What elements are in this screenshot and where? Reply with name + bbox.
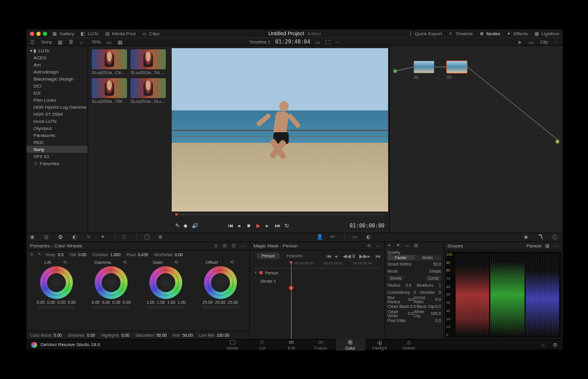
- play-button[interactable]: ▶: [256, 223, 262, 229]
- luts-toggle[interactable]: ◧LUTs: [80, 31, 98, 36]
- options-icon[interactable]: ⋯: [335, 39, 340, 45]
- scope-mode-dropdown[interactable]: Parade: [526, 243, 542, 249]
- zoom-level[interactable]: 76%: [91, 39, 101, 45]
- page-deliver[interactable]: Deliver: [395, 338, 424, 351]
- blur-radius-value[interactable]: 0.0: [408, 297, 414, 301]
- node-graph[interactable]: 01 02: [389, 46, 563, 233]
- sidebar-item-astrodesign[interactable]: Astrodesign: [26, 68, 88, 75]
- mask-row-person[interactable]: ▾Person: [253, 269, 381, 277]
- keyframes-icon[interactable]: ◆: [524, 234, 531, 241]
- auto-balance-icon[interactable]: ⊙: [30, 252, 35, 257]
- list-icon[interactable]: ≣: [69, 39, 74, 45]
- output-dot[interactable]: [556, 140, 559, 143]
- mode-dropdown[interactable]: Shrink: [387, 276, 404, 281]
- page-fairlight[interactable]: Fairlight: [365, 338, 395, 351]
- favorites-item[interactable]: ☆Favorites: [26, 160, 88, 167]
- scopes-icon[interactable]: 〽: [538, 234, 545, 241]
- shape-dropdown[interactable]: Circle: [426, 276, 441, 281]
- clean-white-value[interactable]: 0.0: [408, 311, 414, 316]
- media-pool-toggle[interactable]: ▤Media Pool: [105, 31, 136, 36]
- home-icon[interactable]: ⌂: [542, 342, 547, 347]
- lut-thumb-1[interactable]: SLog3SGa...ToLC-709: [131, 49, 166, 75]
- display-icon[interactable]: ▭: [106, 39, 112, 45]
- timeline-name[interactable]: Timeline 1: [249, 39, 270, 45]
- viewer-timecode[interactable]: 01:00:00:00: [349, 223, 385, 229]
- faster-option[interactable]: Faster: [387, 255, 415, 260]
- lut-thumb-3[interactable]: SLog3SGa...SLog2-709: [131, 78, 166, 103]
- magic-mask-icon[interactable]: 👤: [316, 234, 323, 241]
- tab-features[interactable]: Features: [282, 253, 308, 259]
- qual-wand-icon[interactable]: ✦: [387, 243, 393, 249]
- hdr-icon[interactable]: ◐: [72, 234, 79, 241]
- source-input-dot[interactable]: [393, 69, 397, 73]
- sidebar-item-red[interactable]: RED: [26, 139, 88, 146]
- node-view-icon[interactable]: ▭: [529, 39, 534, 45]
- tab-person[interactable]: Person: [257, 253, 279, 259]
- offset-reset-icon[interactable]: ⟲: [230, 260, 235, 265]
- mask-next-icon[interactable]: ▸: [368, 253, 373, 259]
- panel-opts-icon[interactable]: ⋯: [240, 243, 246, 249]
- clip-menu[interactable]: Clip: [540, 39, 548, 45]
- scope-opts-icon[interactable]: ⋯: [554, 243, 559, 249]
- gain-values[interactable]: 1.001.001.001.00: [146, 300, 186, 304]
- node-01[interactable]: 01: [413, 61, 435, 73]
- page-cut[interactable]: Cut: [248, 338, 277, 351]
- inout-ratio-value[interactable]: 0.0: [435, 297, 441, 301]
- sidebar-item-sony[interactable]: Sony: [26, 146, 88, 153]
- warper-icon[interactable]: ✦: [101, 234, 108, 241]
- gamma-reset-icon[interactable]: ⟲: [123, 260, 128, 265]
- qual-invert-icon[interactable]: ▭: [405, 243, 410, 249]
- consistency-value[interactable]: 0: [414, 290, 416, 294]
- effects-toggle[interactable]: ✦Effects: [506, 31, 527, 36]
- lut-root-folder[interactable]: ▾ ▮LUTs: [26, 47, 88, 54]
- pointer-icon[interactable]: ➤: [517, 39, 523, 45]
- qual-eye-icon[interactable]: 👁: [396, 243, 402, 249]
- marker-icon[interactable]: ◆: [183, 223, 189, 229]
- expand-viewer-icon[interactable]: ⛶: [325, 39, 330, 45]
- sidebar-item-panasonic[interactable]: Panasonic: [26, 132, 88, 139]
- eyedropper-icon[interactable]: ✎: [175, 223, 181, 229]
- black-clip-value[interactable]: 0.0: [435, 304, 441, 308]
- last-frame-button[interactable]: ⏭: [275, 223, 281, 229]
- qual-overlay-icon[interactable]: ▨: [414, 243, 419, 249]
- mask-first-icon[interactable]: ⏮: [326, 253, 332, 259]
- viewer-mode-icon[interactable]: ▭: [315, 39, 320, 45]
- page-edit[interactable]: Edit: [277, 338, 306, 351]
- thumb-view-icon[interactable]: ▦: [58, 39, 63, 45]
- mask-timeline[interactable]: 00:00:00:00 00:00:03:02 00:00:06:04 ▾Per…: [250, 261, 385, 339]
- lift-reset-icon[interactable]: ⟲: [63, 260, 68, 265]
- mask-track-fwd-icon[interactable]: ▶▶: [359, 253, 365, 259]
- key-icon[interactable]: ✂: [330, 234, 338, 241]
- gamma-values[interactable]: 0.000.000.000.00: [92, 300, 131, 304]
- sidebar-item-hdr-hybrid-log-gamma[interactable]: HDR Hybrid Log-Gamma: [26, 103, 88, 110]
- gain-reset-icon[interactable]: ⟲: [174, 260, 179, 265]
- scope-layout-icon[interactable]: ▦: [545, 243, 550, 249]
- saturation-value[interactable]: 50.00: [156, 333, 167, 337]
- node-02[interactable]: 02: [446, 61, 467, 73]
- gain-wheel[interactable]: [149, 266, 182, 299]
- shadows-value[interactable]: 0.00: [87, 333, 95, 337]
- primaries-icon[interactable]: ⊙: [58, 234, 65, 241]
- lightbox-toggle[interactable]: ▦Lightbox: [534, 31, 559, 36]
- iterations-value[interactable]: 1: [439, 283, 441, 287]
- sidebar-item-vfx-io[interactable]: VFX IO: [26, 153, 88, 160]
- sidebar-item-hook-luts[interactable]: Hook LUTs: [26, 118, 88, 125]
- page-media[interactable]: Media: [218, 338, 248, 351]
- wheels-mode-icon[interactable]: ⊙: [214, 243, 219, 249]
- qualifier-icon[interactable]: ⬯: [122, 234, 129, 241]
- window-icon[interactable]: ◯: [144, 234, 151, 241]
- log-mode-icon[interactable]: ⊡: [232, 243, 237, 249]
- mask-row-stroke[interactable]: Stroke 1: [253, 277, 381, 285]
- better-option[interactable]: Better: [415, 255, 442, 260]
- color-boost-value[interactable]: 0.00: [54, 333, 62, 337]
- mask-pause-icon[interactable]: ⏸: [351, 253, 356, 259]
- blur-icon[interactable]: ◐: [366, 234, 373, 241]
- master-timecode[interactable]: 01:29:48:04: [275, 39, 310, 45]
- hue-value[interactable]: 50.00: [182, 333, 193, 337]
- sidebar-item-arri[interactable]: Arri: [26, 61, 88, 68]
- mask-prev-icon[interactable]: ◂: [335, 253, 340, 259]
- first-frame-button[interactable]: ⏮: [228, 223, 234, 229]
- prev-frame-button[interactable]: ◂: [238, 223, 243, 229]
- mask-track-back-icon[interactable]: ◀◀: [343, 253, 348, 259]
- timeline-toggle[interactable]: ≡Timeline: [447, 31, 473, 36]
